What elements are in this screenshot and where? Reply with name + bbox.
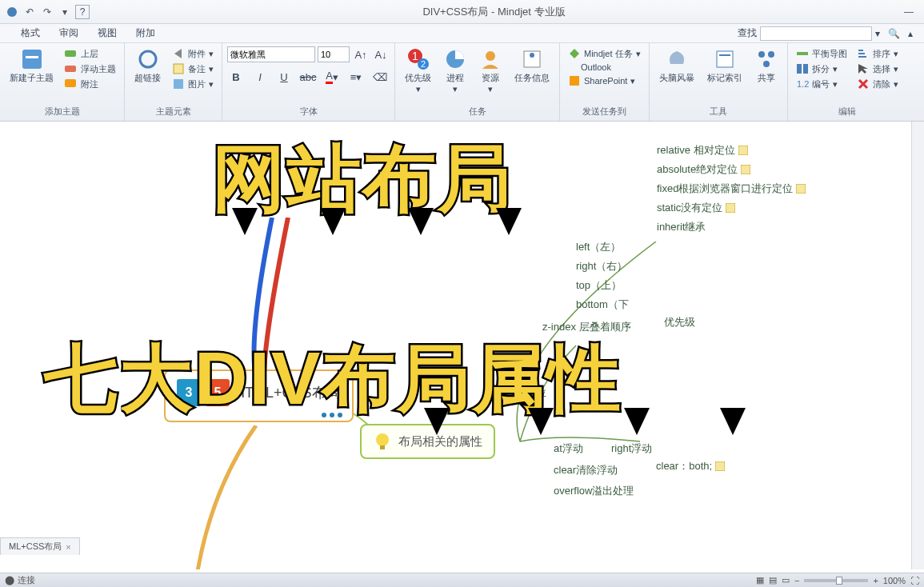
shrink-font-icon[interactable]: A↓ (372, 46, 390, 62)
hyperlink-button[interactable]: 超链接 (130, 46, 166, 86)
svg-rect-29 (738, 146, 748, 155)
sort-button[interactable]: 排序▾ (854, 46, 902, 61)
statusbar: ⬤ 连接 ▦ ▤ ▭ − + 100% ⛶ (0, 573, 924, 587)
document-tab[interactable]: ML+CSS布局 × (0, 537, 80, 555)
share-button[interactable]: 共享 (750, 46, 782, 86)
node-priority[interactable]: 优先级 (664, 315, 695, 329)
tab-close-icon[interactable]: × (66, 542, 70, 552)
node-static[interactable]: static没有定位 (657, 201, 735, 215)
notes-button[interactable]: 备注▾ (169, 62, 217, 76)
menu-format[interactable]: 格式 (11, 24, 50, 42)
menu-review[interactable]: 审阅 (50, 24, 88, 42)
menu-view[interactable]: 视图 (88, 24, 126, 42)
align-button[interactable]: ≡▾ (347, 69, 365, 85)
binoculars-icon[interactable]: 🔍 (888, 28, 900, 39)
svg-text:1: 1 (412, 50, 418, 62)
ribbon-minimize-icon[interactable]: ▴ (908, 28, 913, 39)
fit-icon[interactable]: ⛶ (910, 576, 919, 585)
select-button[interactable]: 选择▾ (854, 62, 902, 76)
attach-button[interactable]: 附件▾ (169, 46, 217, 61)
zoom-level[interactable]: 100% (883, 576, 906, 585)
sharepoint-button[interactable]: SharePoint▾ (565, 74, 644, 88)
node-inherit[interactable]: inherit继承 (657, 220, 706, 234)
node-left[interactable]: left（左） (576, 240, 621, 254)
index-button[interactable]: 标记索引 (702, 46, 747, 86)
svg-rect-32 (726, 203, 735, 213)
node-float-right[interactable]: right浮动 (611, 441, 652, 456)
svg-rect-31 (796, 184, 806, 194)
undo-icon[interactable]: ↶ (22, 5, 37, 19)
balance-button[interactable]: 平衡导图 (793, 46, 850, 61)
svg-point-20 (758, 51, 765, 58)
node-relative[interactable]: relative 相对定位 (657, 143, 748, 158)
titlebar: ↶ ↷ ▾ ? DIV+CSS布局 - Mindjet 专业版 — (0, 0, 924, 24)
decorative-triangle (528, 408, 554, 435)
priority-button[interactable]: 12优先级▾ (400, 46, 436, 96)
decorative-triangle (408, 208, 434, 235)
minimize-icon[interactable]: — (898, 4, 919, 20)
group-label-add-topic: 添加主题 (5, 104, 119, 118)
note-icon (796, 184, 806, 194)
grow-font-icon[interactable]: A↑ (352, 46, 370, 62)
bold-button[interactable]: B (227, 69, 245, 85)
vertical-scrollbar[interactable] (911, 122, 924, 569)
split-button[interactable]: 拆分▾ (793, 62, 850, 76)
node-right[interactable]: right（右） (576, 259, 627, 274)
node-float-left[interactable]: at浮动 (554, 441, 583, 456)
app-menu-icon[interactable] (5, 5, 19, 19)
font-size-select[interactable] (318, 46, 350, 62)
mindmap-canvas[interactable]: 3 5 HTML+CSS布局 布局相关的属性 定位 relative 相对定位 … (0, 122, 924, 569)
menu-addon[interactable]: 附加 (126, 24, 165, 42)
font-color-button[interactable]: A▾ (323, 69, 341, 85)
note-icon (715, 461, 725, 471)
search-input[interactable] (760, 26, 872, 41)
svg-rect-3 (65, 50, 76, 57)
font-family-select[interactable] (227, 46, 315, 62)
group-tools: 头脑风暴 标记索引 共享 工具 (650, 43, 788, 121)
italic-button[interactable]: I (251, 69, 269, 85)
node-overflow[interactable]: overflow溢出处理 (554, 484, 634, 498)
help-icon[interactable]: ? (75, 5, 90, 19)
view-mode-icon[interactable]: ▭ (782, 575, 790, 585)
number-button[interactable]: 1.2编号▾ (793, 77, 850, 91)
outlook-button[interactable]: Outlook (565, 62, 644, 73)
svg-rect-19 (719, 54, 730, 56)
upper-topic-button[interactable]: 上层 (62, 46, 119, 61)
mindjet-task-button[interactable]: Mindjet 任务▾ (565, 46, 644, 61)
resource-button[interactable]: 资源▾ (474, 46, 506, 96)
floating-topic-button[interactable]: 浮动主题 (62, 62, 119, 76)
strike-button[interactable]: abc (299, 69, 317, 85)
brainstorm-button[interactable]: 头脑风暴 (654, 46, 699, 86)
underline-button[interactable]: U (275, 69, 293, 85)
node-fixed[interactable]: fixed根据浏览器窗口进行定位 (657, 182, 806, 196)
zoom-slider[interactable] (804, 579, 868, 582)
node-top[interactable]: top（上） (576, 278, 622, 293)
svg-rect-8 (174, 79, 183, 89)
view-mode-icon[interactable]: ▦ (756, 575, 764, 585)
svg-rect-28 (380, 445, 385, 449)
redo-icon[interactable]: ↷ (40, 5, 54, 19)
svg-point-0 (7, 7, 17, 17)
qat-more-icon[interactable]: ▾ (58, 5, 72, 19)
clear-button[interactable]: 清除▾ (854, 77, 902, 91)
clear-format-button[interactable]: ⌫ (371, 69, 389, 85)
node-absolute[interactable]: absolute绝对定位 (657, 162, 750, 177)
view-mode-icon[interactable]: ▤ (769, 575, 777, 585)
image-button[interactable]: 图片▾ (169, 77, 217, 91)
svg-rect-18 (717, 51, 733, 67)
svg-rect-33 (715, 461, 725, 471)
progress-button[interactable]: 进程▾ (439, 46, 471, 96)
group-label-font: 字体 (227, 104, 390, 118)
group-label-tools: 工具 (654, 104, 782, 118)
task-info-button[interactable]: 任务信息 (510, 46, 554, 86)
decorative-triangle (624, 408, 650, 435)
callout-button[interactable]: 附注 (62, 77, 119, 91)
search-dropdown-icon[interactable]: ▾ (875, 28, 880, 39)
new-subtopic-button[interactable]: 新建子主题 (5, 46, 58, 86)
node-clear-both[interactable]: clear：both; (656, 459, 725, 473)
zoom-out-icon[interactable]: − (794, 576, 799, 585)
group-send: Mindjet 任务▾ Outlook SharePoint▾ 发送任务到 (560, 43, 650, 121)
zoom-in-icon[interactable]: + (873, 576, 878, 585)
node-clear[interactable]: clear清除浮动 (554, 463, 618, 477)
node-bottom[interactable]: bottom（下 (576, 297, 629, 312)
